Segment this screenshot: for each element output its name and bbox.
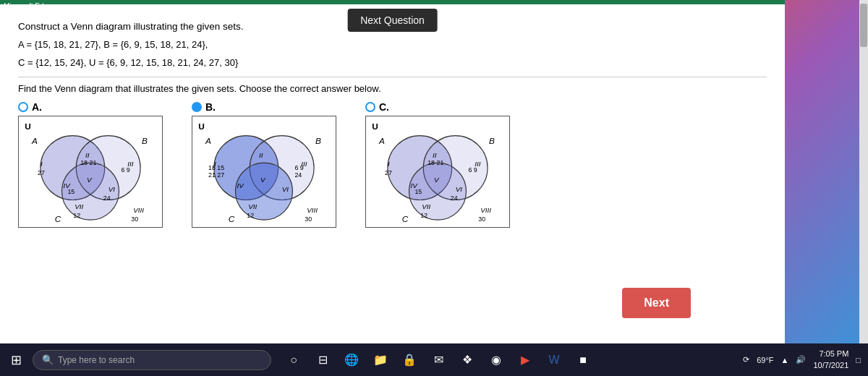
search-icon: 🔍 (42, 354, 54, 365)
svg-text:VI: VI (282, 184, 289, 192)
svg-text:II: II (85, 151, 90, 159)
svg-text:U: U (372, 121, 378, 131)
svg-text:15: 15 (67, 187, 75, 195)
word-icon[interactable]: W (542, 349, 566, 372)
svg-text:18 21: 18 21 (427, 159, 443, 166)
svg-text:24: 24 (294, 171, 302, 178)
svg-text:B: B (142, 135, 148, 145)
taskbar: ⊞ 🔍 Type here to search ○ ⊟ 🌐 📁 🔒 ✉ ❖ ◉ … (0, 343, 868, 376)
svg-text:VI: VI (109, 184, 116, 192)
clock: 7:05 PM 10/7/2021 (813, 349, 848, 371)
svg-text:VIII: VIII (307, 206, 318, 214)
radio-a[interactable] (18, 102, 28, 112)
options-row: A. U A B C (18, 101, 767, 228)
media-icon[interactable]: ▶ (514, 349, 537, 372)
battery-icon: ⟳ (743, 355, 749, 364)
svg-text:B: B (489, 135, 495, 145)
svg-text:VII: VII (248, 202, 257, 210)
svg-text:24: 24 (103, 195, 111, 202)
svg-text:27: 27 (385, 169, 392, 176)
divider (18, 77, 767, 77)
next-question-button[interactable]: Next Question (347, 9, 438, 32)
svg-text:21 27: 21 27 (208, 171, 224, 178)
taskbar-icons: ○ ⊟ 🌐 📁 🔒 ✉ ❖ ◉ ▶ W ■ (282, 349, 595, 372)
content-area: Construct a Venn diagram illustrating th… (0, 4, 785, 235)
option-a[interactable]: A. U A B C (18, 101, 163, 228)
time-display: 7:05 PM (813, 349, 848, 359)
start-button[interactable]: ⊞ (0, 343, 33, 376)
option-c[interactable]: C. U A B C I II III IV (365, 101, 510, 228)
share-icon[interactable]: ❖ (456, 349, 479, 372)
svg-text:II: II (259, 151, 263, 159)
taskbar-icon-2[interactable]: ⊟ (311, 349, 334, 372)
svg-text:6 9: 6 9 (294, 164, 303, 171)
option-a-label[interactable]: A. (18, 101, 42, 113)
svg-text:12: 12 (420, 212, 427, 219)
svg-text:C: C (55, 214, 61, 224)
svg-text:18 21: 18 21 (80, 159, 96, 166)
svg-text:B: B (315, 135, 321, 145)
search-bar[interactable]: 🔍 Type here to search (33, 350, 271, 370)
radio-c[interactable] (365, 102, 375, 112)
svg-text:I: I (41, 160, 43, 168)
option-c-label[interactable]: C. (365, 101, 389, 113)
svg-text:30: 30 (305, 215, 312, 223)
svg-text:30: 30 (131, 215, 138, 223)
svg-text:24: 24 (451, 195, 458, 202)
option-a-text: A. (32, 101, 42, 113)
browser-window: Next Question Construct a Venn diagram i… (0, 0, 785, 343)
svg-text:I: I (388, 160, 390, 168)
globe-icon[interactable]: ◉ (485, 349, 508, 372)
svg-text:12: 12 (73, 212, 80, 219)
venn-diagram-b: U A B C I II III IV V VI VII VIII 18 15 … (192, 116, 336, 228)
next-button[interactable]: Next (622, 288, 691, 318)
svg-text:IV: IV (237, 181, 244, 189)
svg-text:C: C (229, 214, 235, 224)
svg-text:VIII: VIII (480, 206, 491, 214)
lock-icon[interactable]: 🔒 (398, 349, 421, 372)
scrollbar[interactable] (859, 0, 868, 343)
svg-text:U: U (198, 121, 205, 131)
sound-icon: 🔊 (796, 355, 806, 364)
date-display: 10/7/2021 (813, 360, 848, 371)
svg-text:15: 15 (414, 187, 422, 195)
taskbar-icon-1[interactable]: ○ (282, 349, 305, 372)
radio-b[interactable] (192, 102, 202, 112)
svg-text:C: C (402, 214, 409, 224)
scrollbar-thumb[interactable] (860, 4, 867, 47)
files-icon[interactable]: 📁 (369, 349, 392, 372)
notification-icon[interactable]: □ (856, 356, 861, 364)
svg-text:A: A (378, 135, 385, 145)
option-b-text: B. (205, 101, 216, 113)
option-b-label[interactable]: B. (192, 101, 216, 113)
svg-text:VII: VII (75, 202, 83, 210)
svg-text:VIII: VIII (133, 206, 144, 214)
svg-text:6 9: 6 9 (468, 166, 477, 174)
taskbar-right: ⟳ 69°F ▲ 🔊 7:05 PM 10/7/2021 □ (743, 349, 868, 371)
edge-taskbar-icon[interactable]: 🌐 (340, 349, 363, 372)
svg-text:VII: VII (422, 202, 430, 210)
set-ab-text: A = {15, 18, 21, 27}, B = {6, 9, 15, 18,… (18, 38, 767, 53)
option-b[interactable]: B. U A B C I II (192, 101, 336, 228)
svg-text:27: 27 (38, 169, 45, 176)
venn-diagram-a: U A B C I II III IV V VI VII VIII (18, 116, 163, 228)
temperature: 69°F (757, 356, 773, 364)
svg-text:12: 12 (247, 212, 254, 219)
svg-text:A: A (205, 135, 211, 145)
mail-icon[interactable]: ✉ (427, 349, 450, 372)
svg-text:18 15: 18 15 (208, 164, 224, 171)
set-cu-text: C = {12, 15, 24}, U = {6, 9, 12, 15, 18,… (18, 56, 767, 71)
svg-text:U: U (25, 121, 31, 131)
svg-text:A: A (31, 135, 38, 145)
svg-text:VI: VI (456, 184, 463, 192)
svg-text:30: 30 (478, 215, 485, 223)
venn-diagram-c: U A B C I II III IV V VI VII VIII 27 18 … (365, 116, 510, 228)
search-placeholder: Type here to search (58, 355, 135, 365)
svg-text:II: II (433, 151, 437, 159)
option-c-text: C. (379, 101, 389, 113)
find-text: Find the Venn diagram that illustrates t… (18, 83, 767, 94)
app-icon-9[interactable]: ■ (571, 349, 595, 372)
edge-label: Microsoft Edge (0, 0, 56, 12)
svg-text:6 9: 6 9 (121, 166, 129, 174)
wifi-icon: ▲ (781, 356, 789, 364)
